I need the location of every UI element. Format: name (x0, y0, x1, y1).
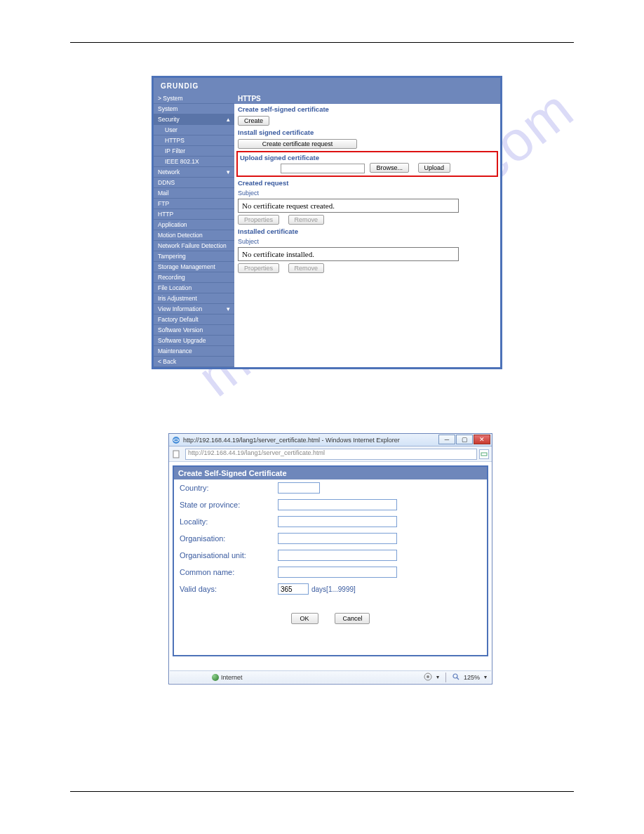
dialog-title: Create Self-Signed Certificate (174, 467, 487, 479)
browse-button[interactable]: Browse... (370, 163, 409, 173)
ie-icon (172, 436, 180, 444)
status-right: ▾ 125% ▾ (424, 673, 491, 682)
sidebar-item-maintenance[interactable]: Maintenance (154, 346, 234, 357)
globe-icon (212, 674, 219, 681)
sidebar-item-file-location[interactable]: File Location (154, 283, 234, 293)
sidebar-item-security[interactable]: Security▴ (154, 114, 234, 125)
sidebar-item-sw-upgrade[interactable]: Software Upgrade (154, 336, 234, 346)
sidebar-item-sw-version[interactable]: Software Version (154, 325, 234, 336)
minimize-button[interactable]: ─ (438, 435, 455, 444)
sidebar: > System System Security▴ User HTTPS IP … (154, 93, 234, 367)
address-input[interactable]: http://192.168.44.19/lang1/server_certif… (185, 449, 477, 460)
sidebar-item-ieee8021x[interactable]: IEEE 802.1X (154, 157, 234, 167)
sidebar-item-ftp[interactable]: FTP (154, 199, 234, 209)
sidebar-item-ddns[interactable]: DDNS (154, 178, 234, 188)
days-hint: days[1...9999] (311, 585, 356, 593)
sidebar-item-application[interactable]: Application (154, 220, 234, 230)
sidebar-item-factory-default[interactable]: Factory Default (154, 315, 234, 325)
row-org: Organisation: (174, 530, 487, 547)
sidebar-item-system[interactable]: System (154, 104, 234, 114)
org-field[interactable] (278, 533, 397, 544)
chevron-up-icon: ▴ (227, 116, 230, 123)
sidebar-item-motion-detection[interactable]: Motion Detection (154, 230, 234, 241)
window-title: http://192.168.44.19/lang1/server_certif… (183, 437, 400, 444)
sidebar-item-label: System (158, 105, 177, 112)
svg-line-6 (457, 677, 459, 680)
screenshot-ie-dialog: http://192.168.44.19/lang1/server_certif… (168, 433, 492, 684)
locality-field[interactable] (278, 516, 397, 527)
orgunit-field[interactable] (278, 550, 397, 561)
sidebar-item-label: Network (158, 168, 180, 176)
row-orgunit: Organisational unit: (174, 547, 487, 564)
address-bar: http://192.168.44.19/lang1/server_certif… (169, 446, 492, 462)
sidebar-item-user[interactable]: User (154, 125, 234, 135)
subject-label-2: Subject (234, 237, 500, 246)
close-button[interactable]: ✕ (474, 435, 490, 444)
screenshot-https-page: GRUNDIG > System System Security▴ User H… (152, 76, 502, 369)
logo: GRUNDIG (161, 82, 199, 90)
app-header: GRUNDIG (154, 78, 500, 93)
sidebar-item-tampering[interactable]: Tampering (154, 251, 234, 262)
upload-signed-label: Upload signed certificate (240, 154, 495, 161)
remove-button-1[interactable]: Remove (288, 215, 325, 225)
compat-icon[interactable] (479, 449, 489, 459)
row-state: State or province: (174, 496, 487, 513)
valid-label: Valid days: (180, 585, 278, 593)
installed-cert-label: Installed certificate (234, 226, 500, 237)
page-title: HTTPS (234, 93, 500, 104)
subject-label-1: Subject (234, 188, 500, 198)
sidebar-item-ipfilter[interactable]: IP Filter (154, 146, 234, 157)
button-row: OK Cancel (174, 611, 487, 626)
install-signed-label: Install signed certificate (234, 127, 500, 138)
status-bar: Internet ▾ 125% ▾ (170, 670, 491, 683)
svg-rect-1 (173, 451, 179, 458)
dropdown-icon[interactable]: ▾ (436, 674, 439, 680)
create-self-signed-label: Create self-signed certificate (234, 104, 500, 114)
sidebar-item-nfd[interactable]: Network Failure Detection (154, 241, 234, 251)
status-internet: Internet (221, 674, 243, 681)
subject-value-2: No certificate installed. (238, 247, 459, 261)
created-request-label: Created request (234, 178, 500, 188)
sidebar-item-https[interactable]: HTTPS (154, 135, 234, 146)
sidebar-item-label: Security (158, 116, 180, 123)
sidebar-item-back[interactable]: < Back (154, 357, 234, 367)
sidebar-item-iris[interactable]: Iris Adjustment (154, 293, 234, 304)
svg-rect-2 (481, 453, 487, 456)
upload-button[interactable]: Upload (418, 163, 451, 173)
sidebar-item-http[interactable]: HTTP (154, 209, 234, 220)
row-common: Common name: (174, 564, 487, 581)
sidebar-breadcrumb[interactable]: > System (154, 93, 234, 104)
create-cert-request-button[interactable]: Create certificate request (238, 139, 357, 149)
maximize-button[interactable]: ▢ (456, 435, 473, 444)
separator (445, 673, 446, 682)
chevron-down-icon: ▾ (227, 305, 230, 312)
cancel-button[interactable]: Cancel (335, 613, 370, 624)
country-field[interactable] (278, 482, 320, 494)
zoom-icon[interactable] (452, 673, 459, 682)
orgunit-label: Organisational unit: (180, 551, 278, 560)
sidebar-item-recording[interactable]: Recording (154, 272, 234, 283)
zoom-dropdown-icon[interactable]: ▾ (484, 674, 487, 680)
org-label: Organisation: (180, 534, 278, 543)
common-field[interactable] (278, 567, 397, 578)
ok-button[interactable]: OK (291, 613, 318, 624)
main-panel: HTTPS Create self-signed certificate Cre… (234, 93, 500, 367)
upload-path-field[interactable] (281, 164, 365, 173)
protected-mode-icon[interactable] (424, 673, 432, 682)
sidebar-item-network[interactable]: Network▾ (154, 167, 234, 178)
common-label: Common name: (180, 568, 278, 576)
remove-button-2[interactable]: Remove (288, 263, 325, 273)
row-locality: Locality: (174, 513, 487, 530)
sidebar-item-mail[interactable]: Mail (154, 188, 234, 199)
sidebar-item-view-info[interactable]: View Information▾ (154, 304, 234, 315)
row-valid: Valid days: days[1...9999] (174, 581, 487, 597)
properties-button-1[interactable]: Properties (238, 215, 279, 225)
window-buttons: ─ ▢ ✕ (438, 435, 490, 444)
sidebar-item-storage[interactable]: Storage Management (154, 262, 234, 272)
upload-section-highlight: Upload signed certificate Browse... Uplo… (236, 151, 498, 177)
app-body: > System System Security▴ User HTTPS IP … (154, 93, 500, 367)
properties-button-2[interactable]: Properties (238, 263, 279, 273)
valid-field[interactable] (278, 583, 309, 595)
create-button[interactable]: Create (238, 116, 269, 126)
state-field[interactable] (278, 499, 397, 510)
